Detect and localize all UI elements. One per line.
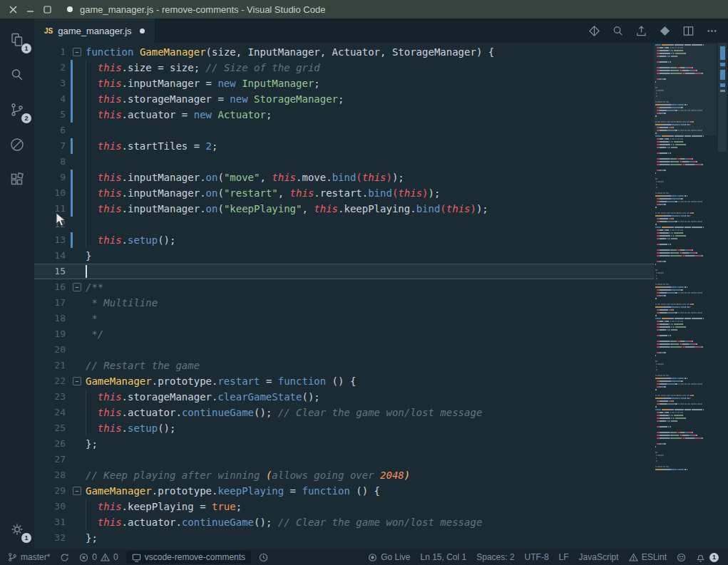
line-number[interactable]: 10 [34, 185, 66, 201]
line-number[interactable]: 18 [34, 311, 66, 326]
fold-icon[interactable]: − [73, 48, 81, 56]
code-line-7[interactable]: 7 this.startTiles = 2; [34, 138, 654, 154]
line-number[interactable]: 25 [34, 420, 66, 436]
code-line-30[interactable]: 30 this.keepPlaying = true; [34, 499, 654, 514]
line-number[interactable]: 20 [34, 342, 66, 358]
fold-icon[interactable]: − [73, 487, 81, 495]
language-mode-item[interactable]: JavaScript [574, 549, 624, 565]
line-number[interactable]: 32 [34, 530, 66, 546]
line-number[interactable]: 6 [34, 123, 66, 138]
code-line-1[interactable]: 1−function GameManager(size, InputManage… [34, 44, 654, 60]
git-branch-item[interactable]: master* [3, 549, 55, 565]
line-number[interactable]: 13 [34, 232, 66, 248]
open-changes-icon[interactable] [588, 25, 600, 37]
split-editor-icon[interactable] [682, 25, 694, 37]
problems-item[interactable]: 0 0 [74, 549, 123, 565]
line-number[interactable]: 1 [34, 44, 66, 60]
line-number[interactable]: 23 [34, 389, 66, 405]
code-line-28[interactable]: 28// Keep playing after winning (allows … [34, 467, 654, 483]
code-line-12[interactable]: 12 [34, 217, 654, 232]
code-line-14[interactable]: 14} [34, 248, 654, 264]
code-line-25[interactable]: 25 this.setup(); [34, 420, 654, 436]
code-line-13[interactable]: 13 this.setup(); [34, 232, 654, 248]
code-line-9[interactable]: 9 this.inputManager.on("move", this.move… [34, 170, 654, 185]
vertical-scrollbar[interactable] [717, 43, 728, 549]
line-number[interactable]: 15 [34, 264, 66, 279]
code-line-3[interactable]: 3 this.inputManager = new InputManager; [34, 76, 654, 91]
go-live-item[interactable]: Go Live [363, 549, 415, 565]
line-number[interactable]: 29 [34, 483, 66, 499]
code-line-22[interactable]: 22−GameManager.prototype.restart = funct… [34, 373, 654, 389]
encoding-item[interactable]: UTF-8 [520, 549, 554, 565]
sync-item[interactable] [55, 549, 74, 565]
tab-modified-dot[interactable] [140, 28, 145, 33]
activity-source-control[interactable]: 2 [7, 100, 27, 120]
code-line-11[interactable]: 11 this.inputManager.on("keepPlaying", t… [34, 201, 654, 217]
line-number[interactable]: 3 [34, 76, 66, 91]
code-line-4[interactable]: 4 this.storageManager = new StorageManag… [34, 91, 654, 107]
code-line-23[interactable]: 23 this.storageManager.clearGameState(); [34, 389, 654, 405]
line-number[interactable]: 7 [34, 138, 66, 154]
line-number[interactable]: 31 [34, 514, 66, 530]
activity-search[interactable] [7, 65, 27, 85]
line-number[interactable]: 22 [34, 373, 66, 389]
code-line-2[interactable]: 2 this.size = size; // Size of the grid [34, 60, 654, 76]
line-number[interactable]: 27 [34, 452, 66, 467]
line-number[interactable]: 19 [34, 326, 66, 342]
line-number[interactable]: 26 [34, 436, 66, 452]
close-window-icon[interactable] [7, 4, 19, 15]
line-number[interactable]: 21 [34, 358, 66, 373]
line-number[interactable]: 8 [34, 154, 66, 170]
code-line-15[interactable]: 15 [34, 264, 654, 279]
code-line-16[interactable]: 16−/** [34, 279, 654, 295]
code-line-17[interactable]: 17 * Multiline [34, 295, 654, 311]
line-number[interactable]: 24 [34, 405, 66, 420]
minimize-window-icon[interactable] [24, 4, 36, 15]
code-line-6[interactable]: 6 [34, 123, 654, 138]
code-editor[interactable]: 1−function GameManager(size, InputManage… [34, 43, 728, 549]
code-line-27[interactable]: 27 [34, 452, 654, 467]
code-line-31[interactable]: 31 this.actuator.continueGame(); // Clea… [34, 514, 654, 530]
code-line-32[interactable]: 32}; [34, 530, 654, 546]
more-actions-icon[interactable] [706, 25, 718, 37]
notifications-item[interactable]: 1 [691, 549, 724, 565]
cursor-position-item[interactable]: Ln 15, Col 1 [415, 549, 471, 565]
run-icon[interactable] [659, 25, 671, 37]
code-line-26[interactable]: 26}; [34, 436, 654, 452]
code-line-19[interactable]: 19 */ [34, 326, 654, 342]
line-number[interactable]: 5 [34, 107, 66, 123]
timer-item[interactable] [254, 549, 273, 565]
minimap[interactable] [654, 43, 717, 549]
line-number[interactable]: 30 [34, 499, 66, 514]
code-line-21[interactable]: 21// Restart the game [34, 358, 654, 373]
line-number[interactable]: 4 [34, 91, 66, 107]
task-badge[interactable]: vscode-remove-comments [126, 551, 251, 564]
code-line-18[interactable]: 18 * [34, 311, 654, 326]
code-line-29[interactable]: 29−GameManager.prototype.keepPlaying = f… [34, 483, 654, 499]
code-line-5[interactable]: 5 this.actuator = new Actuator; [34, 107, 654, 123]
line-number[interactable]: 16 [34, 279, 66, 295]
code-line-20[interactable]: 20 [34, 342, 654, 358]
fold-icon[interactable]: − [73, 377, 81, 385]
activity-circle-slash[interactable] [7, 135, 27, 155]
feedback-item[interactable] [672, 549, 691, 565]
eol-item[interactable]: LF [554, 549, 574, 565]
line-number[interactable]: 9 [34, 170, 66, 185]
minimap-slider[interactable] [654, 44, 717, 135]
export-icon[interactable] [635, 25, 647, 37]
indentation-item[interactable]: Spaces: 2 [471, 549, 519, 565]
line-number[interactable]: 14 [34, 248, 66, 264]
search-editor-icon[interactable] [612, 25, 624, 37]
activity-manage[interactable]: 1 [7, 519, 27, 539]
code-line-24[interactable]: 24 this.actuator.continueGame(); // Clea… [34, 405, 654, 420]
fold-icon[interactable]: − [73, 283, 81, 291]
line-number[interactable]: 2 [34, 60, 66, 76]
activity-explorer[interactable]: 1 [7, 30, 27, 50]
code-line-10[interactable]: 10 this.inputManager.on("restart", this.… [34, 185, 654, 201]
line-number[interactable]: 17 [34, 295, 66, 311]
line-number[interactable]: 28 [34, 467, 66, 483]
tab-game-manager[interactable]: JS game_manager.js [34, 19, 155, 43]
maximize-window-icon[interactable] [41, 4, 53, 15]
eslint-item[interactable]: ESLint [624, 549, 672, 565]
code-line-8[interactable]: 8 [34, 154, 654, 170]
